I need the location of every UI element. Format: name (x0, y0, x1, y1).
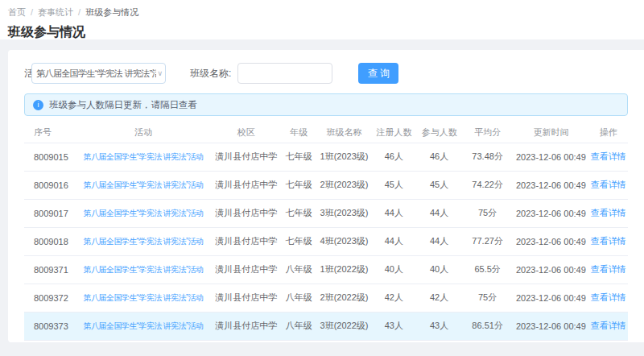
cell-activity: 第八届全国学生“学宪法 讲宪法”活动 (76, 312, 212, 340)
breadcrumb-home[interactable]: 首页 (8, 7, 26, 17)
breadcrumb-separator: / (31, 7, 33, 17)
cell-campus: 潢川县付店中学 (212, 171, 281, 199)
cell-registered: 45人 (371, 171, 416, 199)
table-row: 8009371 第八届全国学生“学宪法 讲宪法”活动 潢川县付店中学 八年级 1… (24, 255, 628, 284)
cell-registered: 40人 (371, 255, 416, 284)
cell-participants: 44人 (417, 199, 462, 227)
page-title: 班级参与情况 (8, 24, 644, 41)
cell-avg-score: 65.5分 (462, 255, 514, 284)
activity-link[interactable]: 第八届全国学生“学宪法 讲宪法”活动 (84, 209, 204, 217)
table-row: 8009017 第八届全国学生“学宪法 讲宪法”活动 潢川县付店中学 七年级 3… (24, 199, 628, 227)
table-row: 8009372 第八届全国学生“学宪法 讲宪法”活动 潢川县付店中学 八年级 2… (24, 284, 628, 312)
cell-activity: 第八届全国学生“学宪法 讲宪法”活动 (76, 284, 212, 312)
cell-campus: 潢川县付店中学 (212, 284, 281, 312)
column-header-participants: 参与人数 (417, 122, 462, 143)
cell-activity: 第八届全国学生“学宪法 讲宪法”活动 (76, 143, 212, 171)
column-header-avg-score: 平均分 (462, 122, 514, 143)
class-name-input[interactable] (237, 63, 332, 84)
cell-participants: 44人 (417, 227, 462, 255)
participation-table: 序号 活动 校区 年级 班级名称 注册人数 参与人数 平均分 更新时间 操作 8… (24, 122, 628, 341)
cell-avg-score: 73.48分 (462, 143, 514, 171)
cell-campus: 潢川县付店中学 (212, 312, 281, 340)
info-circle-icon: i (33, 100, 43, 110)
column-header-grade: 年级 (281, 122, 317, 143)
cell-campus: 潢川县付店中学 (212, 255, 281, 284)
cell-activity: 第八届全国学生“学宪法 讲宪法”活动 (76, 171, 212, 199)
view-details-link[interactable]: 查看详情 (591, 151, 626, 161)
breadcrumb-stats[interactable]: 赛事统计 (38, 7, 73, 17)
column-header-campus: 校区 (212, 122, 281, 143)
cell-grade: 七年级 (281, 199, 317, 227)
cell-registered: 43人 (371, 312, 416, 340)
cell-campus: 潢川县付店中学 (212, 199, 281, 227)
table-header: 序号 活动 校区 年级 班级名称 注册人数 参与人数 平均分 更新时间 操作 (24, 122, 628, 143)
cell-id: 8009016 (24, 171, 76, 199)
activity-link[interactable]: 第八届全国学生“学宪法 讲宪法”活动 (84, 265, 204, 274)
cell-updated-at: 2023-12-06 00:49 (514, 199, 589, 227)
activity-link[interactable]: 第八届全国学生“学宪法 讲宪法”活动 (84, 237, 204, 246)
cell-actions: 查看详情 (588, 255, 628, 284)
search-button[interactable]: 查 询 (358, 63, 398, 84)
cell-participants: 46人 (417, 143, 462, 171)
cell-class-name: 1班(2023级) (317, 143, 372, 171)
cell-class-name: 2班(2022级) (317, 284, 372, 312)
cell-id: 8009372 (24, 284, 76, 312)
activity-link[interactable]: 第八届全国学生“学宪法 讲宪法”活动 (84, 321, 204, 330)
cell-updated-at: 2023-12-06 00:49 (514, 312, 589, 340)
cell-activity: 第八届全国学生“学宪法 讲宪法”活动 (76, 255, 212, 284)
table-row: 8009018 第八届全国学生“学宪法 讲宪法”活动 潢川县付店中学 七年级 4… (24, 227, 628, 255)
cell-updated-at: 2023-12-06 00:49 (514, 227, 589, 255)
info-alert: i 班级参与人数隔日更新，请隔日查看 (24, 93, 628, 116)
column-header-class-name: 班级名称 (317, 122, 372, 143)
cell-updated-at: 2023-12-06 00:49 (514, 143, 589, 171)
cell-activity: 第八届全国学生“学宪法 讲宪法”活动 (76, 199, 212, 227)
activity-link[interactable]: 第八届全国学生“学宪法 讲宪法”活动 (84, 293, 204, 302)
class-name-label: 班级名称: (190, 67, 231, 81)
cell-participants: 40人 (417, 255, 462, 284)
cell-activity: 第八届全国学生“学宪法 讲宪法”活动 (76, 227, 212, 255)
cell-avg-score: 77.27分 (462, 227, 514, 255)
cell-class-name: 4班(2023级) (317, 227, 372, 255)
cell-updated-at: 2023-12-06 00:49 (514, 255, 589, 284)
cell-registered: 44人 (371, 199, 416, 227)
cell-id: 8009373 (24, 312, 76, 340)
cell-campus: 潢川县付店中学 (212, 227, 281, 255)
column-header-activity: 活动 (76, 122, 212, 143)
view-details-link[interactable]: 查看详情 (591, 264, 626, 274)
chevron-down-icon: ∨ (157, 69, 163, 77)
cell-actions: 查看详情 (588, 284, 628, 312)
table-body: 8009015 第八届全国学生“学宪法 讲宪法”活动 潢川县付店中学 七年级 1… (24, 143, 628, 340)
cell-registered: 42人 (371, 284, 416, 312)
cell-grade: 八年级 (281, 255, 317, 284)
cell-campus: 潢川县付店中学 (212, 143, 281, 171)
breadcrumb: 首页/赛事统计/班级参与情况 (8, 6, 644, 19)
cell-grade: 八年级 (281, 284, 317, 312)
column-header-id: 序号 (24, 122, 76, 143)
content-card: 活动: 第八届全国学生“学宪法 讲宪法”活动 ∨ 班级名称: 查 询 i 班级参… (8, 50, 644, 342)
page-header: 首页/赛事统计/班级参与情况 班级参与情况 (0, 0, 644, 39)
cell-class-name: 2班(2023级) (317, 171, 372, 199)
view-details-link[interactable]: 查看详情 (591, 292, 626, 302)
info-alert-text: 班级参与人数隔日更新，请隔日查看 (49, 99, 197, 111)
view-details-link[interactable]: 查看详情 (591, 321, 626, 330)
cell-avg-score: 86.51分 (462, 312, 514, 340)
cell-id: 8009017 (24, 199, 76, 227)
cell-actions: 查看详情 (588, 312, 628, 340)
view-details-link[interactable]: 查看详情 (591, 180, 626, 189)
activity-link[interactable]: 第八届全国学生“学宪法 讲宪法”活动 (84, 180, 204, 189)
cell-class-name: 3班(2023级) (317, 199, 372, 227)
cell-actions: 查看详情 (588, 227, 628, 255)
activity-link[interactable]: 第八届全国学生“学宪法 讲宪法”活动 (84, 152, 204, 161)
cell-class-name: 3班(2022级) (317, 312, 372, 340)
cell-actions: 查看详情 (588, 171, 628, 199)
view-details-link[interactable]: 查看详情 (591, 236, 626, 246)
breadcrumb-separator: / (78, 7, 80, 17)
cell-class-name: 1班(2022级) (317, 255, 372, 284)
cell-participants: 42人 (417, 284, 462, 312)
cell-participants: 45人 (417, 171, 462, 199)
activity-select[interactable]: 第八届全国学生“学宪法 讲宪法”活动 ∨ (31, 63, 166, 84)
breadcrumb-current: 班级参与情况 (85, 7, 138, 17)
cell-id: 8009018 (24, 227, 76, 255)
view-details-link[interactable]: 查看详情 (591, 208, 626, 217)
cell-registered: 44人 (371, 227, 416, 255)
